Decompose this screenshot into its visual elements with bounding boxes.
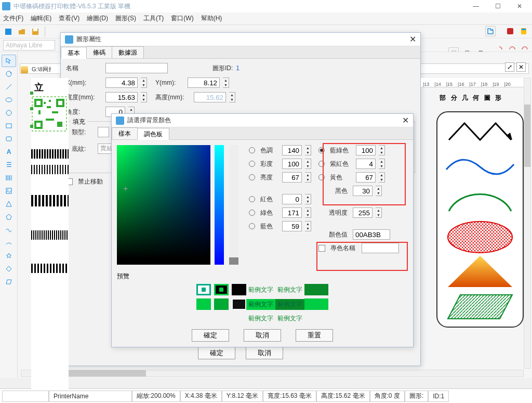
trans-input[interactable]	[353, 207, 373, 218]
export-icon[interactable]	[485, 26, 496, 36]
polygon-tool[interactable]	[2, 211, 16, 223]
dialog-icon	[116, 116, 124, 125]
circle-tool[interactable]	[2, 107, 16, 119]
magenta-radio[interactable]	[318, 161, 325, 167]
yellow-input[interactable]	[356, 172, 376, 183]
spot-checkbox[interactable]	[318, 245, 325, 252]
cyan-input[interactable]	[356, 145, 376, 155]
properties-title: 圖形屬性	[76, 35, 101, 44]
id-label: 圖形ID:	[212, 64, 233, 73]
barcode-tool[interactable]	[2, 172, 16, 184]
properties-close-icon[interactable]: ✕	[409, 34, 416, 44]
title-bar: 中瑯條碼標簽打印軟體-V6.5.3 工業版 單機 — ☐ ✕	[0, 0, 532, 12]
hue-radio[interactable]	[249, 147, 255, 153]
preview-label: 預覽	[117, 272, 129, 280]
alpha-slider[interactable]	[229, 145, 238, 265]
color-close-icon[interactable]: ✕	[402, 115, 409, 125]
diamond-tool[interactable]	[2, 263, 16, 275]
black-input[interactable]	[353, 186, 373, 196]
x-input[interactable]	[105, 77, 138, 88]
menu-file[interactable]: 文件(F)	[3, 14, 23, 23]
menu-tools[interactable]: 工具(T)	[143, 14, 164, 23]
arrow-tool[interactable]	[2, 55, 16, 67]
y-input[interactable]	[188, 77, 220, 88]
shape-cell: 圖形:	[405, 391, 428, 402]
colorval-input[interactable]	[353, 229, 390, 240]
height-input[interactable]	[194, 92, 226, 102]
close-button[interactable]: ✕	[509, 1, 530, 12]
hue-slider[interactable]	[215, 145, 224, 265]
paral-tool[interactable]	[2, 276, 16, 288]
text-tool[interactable]: A	[2, 146, 16, 158]
tab-palette[interactable]: 調色板	[137, 128, 169, 140]
close-doc-icon[interactable]: ✕	[516, 62, 526, 72]
green-input[interactable]	[282, 207, 302, 218]
magenta-input[interactable]	[356, 159, 376, 169]
color-square[interactable]: +	[117, 145, 210, 265]
color-ok-button[interactable]: 確定	[192, 329, 229, 342]
red-input[interactable]	[282, 194, 302, 204]
sat-radio[interactable]	[249, 161, 255, 167]
blue-radio[interactable]	[249, 223, 255, 229]
triangle-tool[interactable]	[2, 198, 16, 210]
v-scrollbar[interactable]	[524, 78, 531, 369]
list-tool[interactable]: ☰	[2, 159, 16, 171]
hatched-ellipse-icon	[444, 222, 516, 253]
lum-radio[interactable]	[249, 174, 255, 180]
blue-input[interactable]	[282, 221, 302, 231]
menu-view[interactable]: 查看(V)	[59, 14, 79, 23]
tab-swatch[interactable]: 樣本	[112, 127, 138, 139]
rotate-tool[interactable]	[2, 68, 16, 80]
prop-cancel-button[interactable]: 取消	[246, 347, 283, 359]
name-input[interactable]	[105, 63, 168, 73]
rect-tool[interactable]	[2, 120, 16, 132]
qr-sample[interactable]	[31, 96, 68, 132]
id-value: 1	[236, 64, 240, 72]
pdf-icon[interactable]	[505, 26, 515, 36]
cyan-radio[interactable]	[318, 147, 325, 153]
save-icon[interactable]	[30, 27, 41, 37]
menu-window[interactable]: 窗口(W)	[171, 14, 193, 23]
color-reset-button[interactable]: 重置	[296, 329, 333, 342]
tab-datasource[interactable]: 數據源	[112, 46, 144, 58]
maximize-button[interactable]: ☐	[487, 1, 508, 12]
expand-icon[interactable]: ⤢	[505, 62, 514, 72]
color-cancel-button[interactable]: 取消	[244, 329, 281, 342]
h-scrollbar[interactable]	[21, 370, 524, 377]
star-tool[interactable]	[2, 250, 16, 262]
x-cell: X:4.38 毫米	[180, 391, 222, 402]
y-spinner[interactable]: ▲▼	[223, 77, 229, 88]
arc-tool[interactable]	[2, 237, 16, 249]
menu-shape[interactable]: 圖形(S)	[115, 14, 136, 23]
tab-barcode[interactable]: 條碼	[86, 46, 112, 58]
calc-icon[interactable]	[518, 26, 529, 36]
font-select[interactable]: Abhaya Libre	[3, 40, 55, 50]
wave-tool[interactable]	[2, 224, 16, 236]
menu-draw[interactable]: 繪圖(D)	[87, 14, 108, 23]
open-icon[interactable]	[17, 27, 27, 37]
sat-input[interactable]	[282, 159, 302, 169]
lum-input[interactable]	[282, 172, 302, 183]
type-swatch[interactable]	[98, 127, 109, 137]
svg-rect-2	[33, 29, 37, 31]
width-input[interactable]	[105, 92, 138, 102]
height-spinner[interactable]: ▲▼	[229, 92, 235, 102]
image-tool[interactable]	[2, 185, 16, 197]
new-doc-icon[interactable]	[3, 27, 14, 37]
prop-ok-button[interactable]: 確定	[198, 347, 235, 359]
width-spinner[interactable]: ▲▼	[141, 92, 147, 102]
line-tool[interactable]	[2, 81, 16, 93]
ellipse-tool[interactable]	[2, 94, 16, 106]
green-radio[interactable]	[249, 210, 255, 216]
yellow-radio[interactable]	[318, 174, 325, 180]
hue-input[interactable]	[282, 145, 302, 155]
spot-input[interactable]	[362, 243, 399, 253]
menu-edit[interactable]: 編輯(E)	[31, 14, 51, 23]
tab-basic[interactable]: 基本	[61, 47, 87, 59]
roundrect-tool[interactable]	[2, 133, 16, 145]
minimize-button[interactable]: —	[466, 1, 486, 12]
red-radio[interactable]	[249, 196, 255, 202]
menu-bar: 文件(F) 編輯(E) 查看(V) 繪圖(D) 圖形(S) 工具(T) 窗口(W…	[0, 12, 532, 25]
menu-help[interactable]: 幫助(H)	[201, 14, 222, 23]
x-spinner[interactable]: ▲▼	[141, 77, 147, 88]
